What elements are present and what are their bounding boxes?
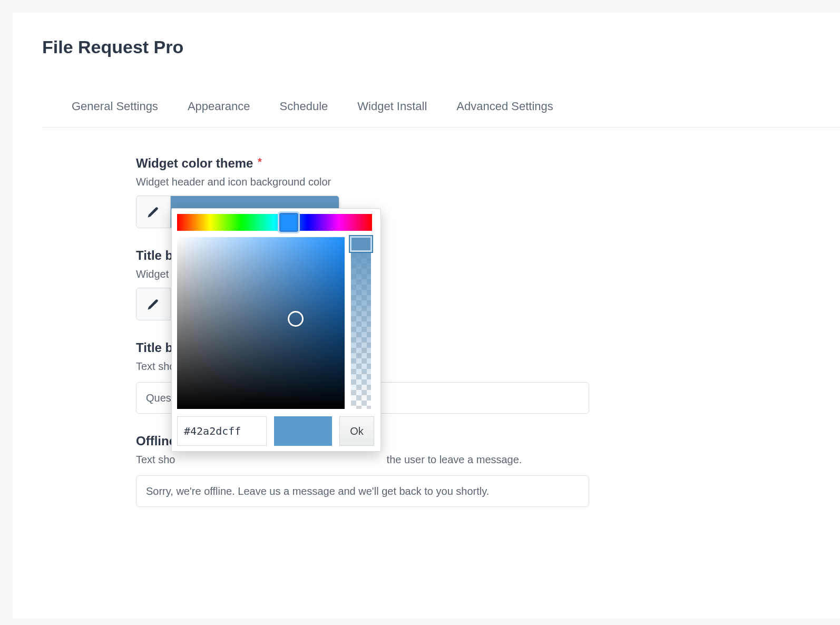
tab-general-settings[interactable]: General Settings xyxy=(72,100,158,113)
color-preview-swatch xyxy=(274,416,332,446)
offline-help-prefix: Text sho xyxy=(136,454,175,465)
tab-bar: General Settings Appearance Schedule Wid… xyxy=(42,100,840,128)
required-indicator: * xyxy=(258,156,262,168)
page-title: File Request Pro xyxy=(13,37,840,57)
field-help-offline: Text sho the user to leave a message. xyxy=(136,454,716,466)
input-offline-text[interactable] xyxy=(136,475,589,507)
ok-button[interactable]: Ok xyxy=(339,416,374,446)
eyedropper-button-widget-color[interactable] xyxy=(136,196,171,228)
tab-advanced-settings[interactable]: Advanced Settings xyxy=(456,100,553,113)
eyedropper-button-title-bar[interactable] xyxy=(136,288,171,320)
alpha-slider-handle[interactable] xyxy=(350,236,372,252)
saturation-cursor[interactable] xyxy=(288,311,304,327)
tab-schedule[interactable]: Schedule xyxy=(280,100,328,113)
settings-page: File Request Pro General Settings Appear… xyxy=(13,13,840,619)
field-label-offline: Offline xyxy=(136,434,176,448)
field-label-widget-color: Widget color theme xyxy=(136,156,253,171)
alpha-slider[interactable] xyxy=(351,237,371,409)
hex-input[interactable] xyxy=(177,416,267,446)
color-picker-popover: Ok xyxy=(171,208,381,452)
eyedropper-icon xyxy=(147,298,160,310)
offline-help-suffix: the user to leave a message. xyxy=(387,454,522,465)
field-help-widget-color: Widget header and icon background color xyxy=(136,176,716,188)
saturation-panel[interactable] xyxy=(177,237,345,409)
tab-appearance[interactable]: Appearance xyxy=(188,100,250,113)
eyedropper-icon xyxy=(147,206,160,218)
tab-widget-install[interactable]: Widget Install xyxy=(357,100,427,113)
hue-slider-handle[interactable] xyxy=(279,213,298,232)
hue-slider[interactable] xyxy=(177,214,372,231)
